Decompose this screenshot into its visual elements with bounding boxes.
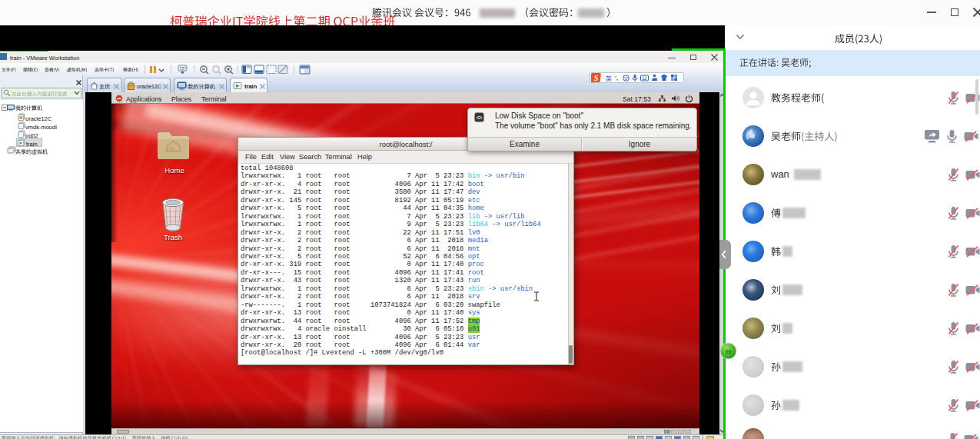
svg-text:99: 99 bbox=[726, 349, 732, 354]
svg-text:S: S bbox=[594, 74, 599, 82]
